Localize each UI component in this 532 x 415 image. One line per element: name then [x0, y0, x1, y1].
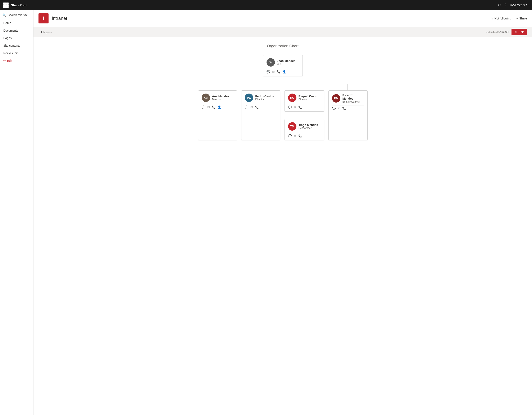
sidebar-item-home[interactable]: Home	[0, 19, 33, 27]
raquel-group: RC Raquel Castro Director 💬 ✉ 📞	[285, 90, 324, 140]
search-label: Search this site	[8, 13, 28, 17]
avatar-tiago: TM	[288, 122, 296, 131]
topbar-right: ⚙ ? João Mendes ▾	[497, 3, 530, 7]
initials-raquel: RC	[290, 96, 294, 99]
settings-icon[interactable]: ⚙	[497, 3, 501, 7]
help-icon[interactable]: ?	[504, 3, 506, 7]
name-ricardo: Ricardo Mendes	[342, 94, 364, 100]
main-content: i intranet ☆ Not following ↗ Share + New…	[33, 10, 532, 415]
phone-icon-ricardo[interactable]: 📞	[342, 107, 346, 110]
chat-icon-pedro[interactable]: 💬	[245, 106, 248, 109]
user-chevron-icon: ▾	[528, 4, 530, 6]
toolbar-left: + New ⌵	[38, 29, 54, 35]
sidebar-nav: Home Documents Pages Site contents Recyc…	[0, 19, 33, 57]
search-input[interactable]: 🔍 Search this site	[0, 12, 33, 19]
phone-icon-ana[interactable]: 📞	[212, 106, 216, 109]
not-following-button[interactable]: ☆ Not following	[490, 17, 511, 20]
vstub-3	[304, 84, 304, 90]
role-pedro: Director	[255, 98, 274, 101]
phone-icon-tiago[interactable]: 📞	[298, 134, 302, 137]
vstub-4	[347, 84, 348, 90]
toolbar-right: Published 5/2/2021 ✏ Edit	[486, 29, 527, 35]
avatar-ana: AM	[202, 94, 210, 102]
email-icon-ricardo[interactable]: ✉	[338, 107, 340, 110]
hline-container	[198, 84, 368, 90]
email-icon-ana[interactable]: ✉	[207, 106, 210, 109]
pencil-icon: ✏	[3, 59, 6, 62]
org-tree: JM João Mendes CEO 💬 ✉ 📞 👤	[38, 55, 527, 140]
sidebar-item-site-contents[interactable]: Site contents	[0, 42, 33, 49]
initials-ricardo: RM	[334, 97, 339, 100]
sidebar-item-documents[interactable]: Documents	[0, 27, 33, 34]
name-raquel: Raquel Castro	[299, 95, 318, 98]
phone-icon-raquel[interactable]: 📞	[298, 106, 302, 109]
org-card-ana: AM Ana Mendes Director 💬 ✉ 📞 👤	[198, 90, 237, 140]
avatar-ricardo: RM	[332, 94, 340, 103]
org-card-ricardo: RM Ricardo Mendes Eng. Mecanical 💬 ✉ 📞	[328, 90, 368, 140]
search-icon: 🔍	[2, 13, 6, 17]
edit-link[interactable]: ✏ Edit	[0, 57, 33, 65]
org-icon-joao[interactable]: 👤	[282, 70, 286, 73]
role-ana: Director	[212, 98, 229, 101]
share-label: Share	[519, 17, 527, 20]
chevron-down-icon: ⌵	[50, 31, 52, 33]
user-menu[interactable]: João Mendes ▾	[510, 3, 530, 7]
vstubs	[198, 84, 368, 90]
user-name: João Mendes	[510, 3, 527, 7]
avatar-pedro: PC	[245, 94, 253, 102]
edit-label: Edit	[7, 59, 12, 62]
share-icon: ↗	[515, 17, 518, 20]
waffle-menu[interactable]	[2, 2, 9, 8]
share-button[interactable]: ↗ Share	[515, 17, 527, 20]
star-icon: ☆	[490, 17, 493, 20]
role-raquel: Director	[299, 98, 318, 101]
org-card-tiago: TM Tiago Mendes Researcher 💬 ✉ 📞	[285, 119, 324, 140]
site-logo: i	[38, 13, 48, 23]
org-chart-title: Organization Chart	[38, 44, 527, 48]
not-following-label: Not following	[494, 17, 511, 20]
chat-icon-tiago[interactable]: 💬	[288, 134, 292, 137]
avatar-joao: JM	[266, 58, 275, 67]
vstub-2	[261, 84, 261, 90]
vline-raquel-tiago	[304, 112, 304, 119]
site-header: i intranet ☆ Not following ↗ Share	[33, 10, 532, 27]
org-icon-ana[interactable]: 👤	[218, 106, 221, 109]
waffle-icon	[3, 2, 9, 8]
email-icon-pedro[interactable]: ✉	[250, 106, 253, 109]
org-card-pedro: PC Pedro Castro Director 💬 ✉ 📞	[241, 90, 280, 140]
email-icon-raquel[interactable]: ✉	[294, 106, 296, 109]
published-text: Published 5/2/2021	[486, 30, 509, 34]
edit-pencil-icon: ✏	[515, 30, 517, 34]
chat-icon-raquel[interactable]: 💬	[288, 106, 292, 109]
org-card-joao: JM João Mendes CEO 💬 ✉ 📞 👤	[263, 55, 303, 76]
sidebar-item-pages[interactable]: Pages	[0, 34, 33, 42]
chat-icon-ricardo[interactable]: 💬	[332, 107, 336, 110]
site-title: intranet	[52, 16, 67, 21]
plus-icon: +	[41, 30, 42, 34]
email-icon-tiago[interactable]: ✉	[294, 134, 296, 137]
vstub-1	[218, 84, 218, 90]
email-icon-joao[interactable]: ✉	[272, 70, 275, 73]
org-chart-area: Organization Chart JM João Mendes CEO 💬	[33, 37, 532, 415]
initials-pedro: PC	[247, 96, 251, 99]
initials-tiago: TM	[290, 125, 294, 128]
chat-icon-ana[interactable]: 💬	[202, 106, 205, 109]
avatar-raquel: RC	[288, 94, 296, 102]
topbar: SharePoint ⚙ ? João Mendes ▾	[0, 0, 532, 10]
site-header-left: i intranet	[38, 13, 67, 23]
name-pedro: Pedro Castro	[255, 95, 274, 98]
name-tiago: Tiago Mendes	[299, 123, 318, 127]
phone-icon-pedro[interactable]: 📞	[255, 106, 259, 109]
phone-icon-joao[interactable]: 📞	[277, 70, 280, 73]
level1-row: AM Ana Mendes Director 💬 ✉ 📞 👤	[198, 90, 368, 140]
toolbar: + New ⌵ Published 5/2/2021 ✏ Edit	[33, 27, 532, 37]
org-card-raquel: RC Raquel Castro Director 💬 ✉ 📞	[285, 90, 324, 112]
name-joao: João Mendes	[277, 59, 296, 63]
edit-page-button[interactable]: ✏ Edit	[512, 29, 527, 35]
new-label: New	[43, 30, 50, 34]
site-header-right: ☆ Not following ↗ Share	[490, 17, 527, 20]
sidebar-item-recycle-bin[interactable]: Recycle bin	[0, 49, 33, 57]
role-joao: CEO	[277, 63, 296, 66]
chat-icon-joao[interactable]: 💬	[266, 70, 270, 73]
new-button[interactable]: + New ⌵	[38, 29, 54, 35]
